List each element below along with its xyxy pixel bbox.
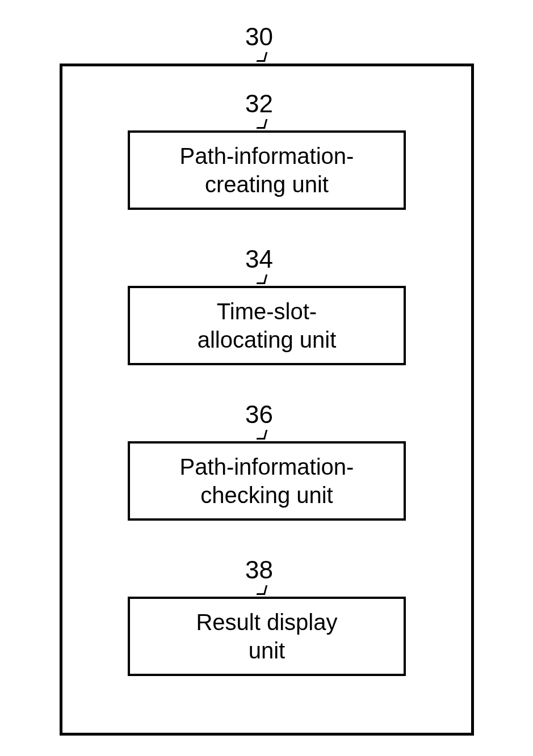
outer-box-label: 30 (245, 23, 273, 51)
block-box-time-slot-allocating: Time-slot- allocating unit (128, 286, 406, 365)
block-box-path-info-checking: Path-information- checking unit (128, 441, 406, 521)
tick-mark (258, 585, 269, 598)
tick-mark (258, 119, 269, 132)
tick-mark (258, 430, 269, 442)
block-text: Path-information- creating unit (180, 142, 354, 198)
block-text: Path-information- checking unit (180, 453, 354, 509)
block-diagram: 30 32 Path-information- creating unit 34… (0, 0, 533, 756)
block-label-36: 36 (245, 400, 273, 429)
block-label-38: 38 (245, 556, 273, 584)
block-box-path-info-creating: Path-information- creating unit (128, 130, 406, 210)
block-label-34: 34 (245, 245, 273, 273)
tick-mark (258, 274, 269, 287)
block-box-result-display: Result display unit (128, 597, 406, 676)
tick-mark (258, 52, 269, 65)
block-label-32: 32 (245, 90, 273, 118)
block-text: Result display unit (196, 608, 337, 665)
block-text: Time-slot- allocating unit (198, 297, 337, 354)
